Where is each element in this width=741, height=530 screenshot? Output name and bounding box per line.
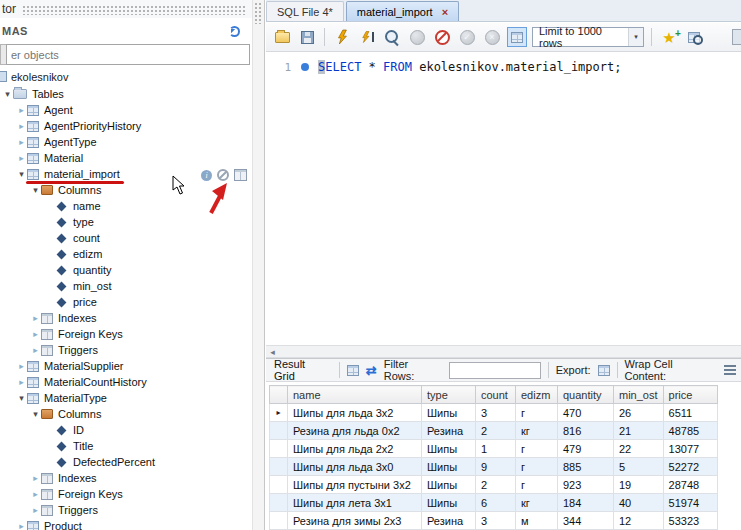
tree-item-materialsupplier[interactable]: ▸MaterialSupplier — [0, 358, 252, 374]
tree-item-type[interactable]: type — [0, 214, 252, 230]
expand-arrow-icon[interactable]: ▸ — [16, 358, 27, 374]
cell-price[interactable]: 6511 — [663, 404, 717, 422]
expand-arrow-icon[interactable]: ▸ — [16, 374, 27, 390]
tree-item-agentpriorityhistory[interactable]: ▸AgentPriorityHistory — [0, 118, 252, 134]
cell-name[interactable]: Шипы для льда 2x2 — [288, 440, 422, 458]
cell-count[interactable]: 9 — [476, 458, 516, 476]
tree-item-indexes[interactable]: ▸Indexes — [0, 470, 252, 486]
rollback-button[interactable]: × — [482, 27, 502, 47]
cell-quantity[interactable]: 470 — [558, 404, 614, 422]
cell-quantity[interactable]: 816 — [558, 422, 614, 440]
cell-name[interactable]: Шипы для льда 3x2 — [288, 404, 422, 422]
cell-min_ost[interactable]: 26 — [614, 404, 664, 422]
tree-item-columns[interactable]: ▾Columns — [0, 406, 252, 422]
tree-item-product[interactable]: ▸Product — [0, 518, 252, 530]
tree-item-min-ost[interactable]: min_ost — [0, 278, 252, 294]
clipped-toolbar-icon[interactable] — [732, 29, 741, 45]
row-selector[interactable] — [270, 512, 288, 530]
schema-node[interactable]: ekolesnikov — [0, 69, 68, 84]
cell-name[interactable]: Резина для зимы 2x3 — [288, 512, 422, 530]
cell-name[interactable]: Шипы для льда 3x0 — [288, 458, 422, 476]
tree-item-quantity[interactable]: quantity — [0, 262, 252, 278]
table-row[interactable]: Шипы для льда 3x0Шипы9г885552272 — [270, 458, 718, 476]
collapse-arrow-icon[interactable]: ▾ — [30, 182, 41, 198]
tree-item-price[interactable]: price — [0, 294, 252, 310]
scroll-left-icon[interactable]: ◂ — [266, 347, 279, 357]
cell-count[interactable]: 6 — [476, 494, 516, 512]
cell-edizm[interactable]: г — [516, 440, 558, 458]
table-row[interactable]: ▸Шипы для льда 3x2Шипы3г470266511 — [270, 404, 718, 422]
expand-arrow-icon[interactable]: ▸ — [30, 310, 41, 326]
autocommit-toggle-button[interactable] — [507, 27, 527, 47]
filter-objects-input[interactable] — [6, 44, 250, 65]
commit-button[interactable]: ✓ — [457, 27, 477, 47]
tree-item-edizm[interactable]: edizm — [0, 246, 252, 262]
explain-button[interactable] — [382, 27, 402, 47]
expand-arrow-icon[interactable]: ▸ — [16, 134, 27, 150]
filter-rows-input[interactable] — [449, 362, 541, 379]
tree-item-title[interactable]: Title — [0, 438, 252, 454]
table-row[interactable]: Резина для льда 0x2Резина2кг8162148785 — [270, 422, 718, 440]
cell-type[interactable]: Шипы — [422, 458, 476, 476]
expand-arrow-icon[interactable]: ▸ — [16, 118, 27, 134]
cell-type[interactable]: Резина — [422, 512, 476, 530]
cell-quantity[interactable]: 923 — [558, 476, 614, 494]
save-script-button[interactable] — [297, 27, 317, 47]
row-selector[interactable] — [270, 440, 288, 458]
column-header-price[interactable]: price — [663, 386, 717, 404]
row-selector[interactable] — [270, 494, 288, 512]
table-row[interactable]: Шипы для лета 3x1Шипы6кг1844051974 — [270, 494, 718, 512]
tree-item-material[interactable]: ▸Material — [0, 150, 252, 166]
collapse-arrow-icon[interactable]: ▾ — [16, 166, 27, 182]
cell-price[interactable]: 48785 — [663, 422, 717, 440]
cell-edizm[interactable]: г — [516, 404, 558, 422]
cell-price[interactable]: 28748 — [663, 476, 717, 494]
column-header-count[interactable]: count — [476, 386, 516, 404]
close-tab-icon[interactable]: × — [442, 7, 448, 17]
cell-quantity[interactable]: 344 — [558, 512, 614, 530]
column-header-type[interactable]: type — [422, 386, 476, 404]
cell-count[interactable]: 2 — [476, 422, 516, 440]
cell-type[interactable]: Шипы — [422, 440, 476, 458]
limit-rows-dropdown[interactable]: Limit to 1000 rows ▾ — [532, 27, 644, 47]
cell-price[interactable]: 51974 — [663, 494, 717, 512]
expand-arrow-icon[interactable]: ▸ — [16, 102, 27, 118]
cell-min_ost[interactable]: 5 — [614, 458, 664, 476]
row-selector[interactable] — [270, 476, 288, 494]
cell-count[interactable]: 2 — [476, 476, 516, 494]
expand-arrow-icon[interactable]: ▸ — [30, 326, 41, 342]
table-row[interactable]: Шипы для льда 2x2Шипы1г4792213077 — [270, 440, 718, 458]
tree-item-indexes[interactable]: ▸Indexes — [0, 310, 252, 326]
cell-edizm[interactable]: м — [516, 512, 558, 530]
cell-edizm[interactable]: г — [516, 476, 558, 494]
export-icon[interactable] — [598, 365, 610, 376]
collapse-arrow-icon[interactable]: ▾ — [16, 390, 27, 406]
tree-item-materialcounthistory[interactable]: ▸MaterialCountHistory — [0, 374, 252, 390]
cell-type[interactable]: Шипы — [422, 494, 476, 512]
table-row[interactable]: Резина для зимы 2x3Резина3м3441253323 — [270, 512, 718, 530]
refresh-results-icon[interactable]: ⇄ — [366, 363, 377, 378]
column-header-name[interactable]: name — [288, 386, 422, 404]
tab-material-import[interactable]: material_import × — [346, 1, 459, 21]
sql-code-editor[interactable]: 1 SELECT * FROM ekolesnikov.material_imp… — [266, 52, 741, 345]
expand-arrow-icon[interactable]: ▸ — [30, 502, 41, 518]
table-info-icon[interactable]: i — [201, 170, 212, 181]
splitter-grip[interactable] — [254, 2, 263, 24]
column-header-quantity[interactable]: quantity — [558, 386, 614, 404]
panel-drag-handle[interactable] — [22, 5, 246, 15]
table-maintenance-icon[interactable] — [217, 169, 229, 181]
column-header-min_ost[interactable]: min_ost — [614, 386, 664, 404]
cell-count[interactable]: 1 — [476, 440, 516, 458]
execute-button[interactable] — [332, 27, 352, 47]
expand-arrow-icon[interactable]: ▸ — [16, 518, 27, 530]
tree-item-id[interactable]: ID — [0, 422, 252, 438]
editor-horizontal-scrollbar[interactable]: ◂ — [266, 345, 741, 358]
cell-quantity[interactable]: 479 — [558, 440, 614, 458]
collapse-arrow-icon[interactable]: ▾ — [2, 86, 13, 102]
cell-quantity[interactable]: 885 — [558, 458, 614, 476]
refresh-schemas-icon[interactable] — [229, 26, 240, 37]
cell-min_ost[interactable]: 40 — [614, 494, 664, 512]
tree-item-foreign-keys[interactable]: ▸Foreign Keys — [0, 326, 252, 342]
expand-arrow-icon[interactable]: ▸ — [16, 150, 27, 166]
tree-item-count[interactable]: count — [0, 230, 252, 246]
